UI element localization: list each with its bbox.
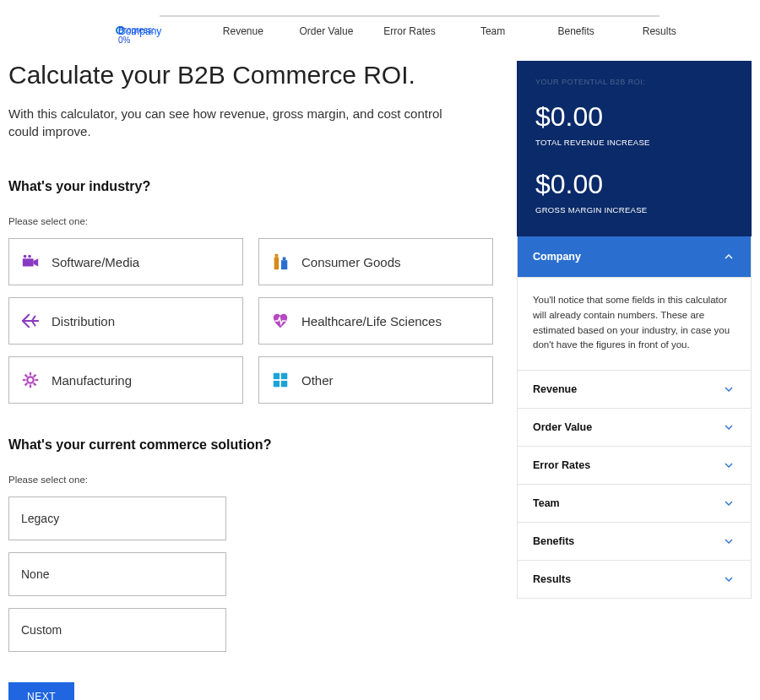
solution-option-legacy[interactable]: Legacy	[8, 497, 226, 540]
svg-line-13	[25, 375, 28, 377]
roi-margin-label: GROSS MARGIN INCREASE	[535, 205, 733, 214]
svg-line-16	[34, 375, 36, 377]
svg-point-8	[27, 377, 33, 383]
gear-icon	[21, 371, 40, 389]
industry-option-healthcare[interactable]: Healthcare/Life Sciences	[258, 297, 493, 345]
option-label: Consumer Goods	[301, 255, 401, 269]
svg-point-3	[28, 255, 31, 258]
option-label: Other	[301, 373, 334, 388]
step-company[interactable]: Company	[118, 25, 202, 37]
option-label: Legacy	[21, 512, 59, 525]
svg-rect-7	[283, 258, 286, 261]
svg-point-2	[24, 255, 27, 258]
accordion: Company You'll notice that some fields i…	[517, 236, 752, 599]
svg-rect-20	[281, 381, 287, 387]
plane-icon	[21, 312, 40, 330]
option-label: Healthcare/Life Sciences	[301, 314, 442, 328]
accordion-label: Revenue	[533, 383, 577, 395]
bottle-icon	[271, 252, 290, 271]
step-results[interactable]: Results	[617, 25, 701, 37]
camera-icon	[21, 252, 40, 271]
page-intro: With this calculator, you can see how re…	[8, 105, 448, 140]
question-solution-hint: Please select one:	[8, 475, 493, 485]
accordion-results[interactable]: Results	[518, 560, 751, 598]
option-label: Custom	[21, 623, 62, 637]
roi-revenue-value: $0.00	[535, 101, 733, 133]
step-team[interactable]: Team	[451, 25, 535, 37]
question-solution-heading: What's your current commerce solution?	[8, 437, 493, 453]
accordion-label: Company	[533, 251, 581, 263]
step-order-value[interactable]: Order Value	[285, 25, 368, 37]
progress-bar: Progress: 0% Company Revenue Order Value…	[8, 25, 752, 37]
svg-rect-0	[23, 258, 34, 266]
roi-summary-card: YOUR POTENTIAL B2B ROI: $0.00 TOTAL REVE…	[517, 61, 752, 236]
svg-line-15	[25, 383, 28, 386]
roi-eyebrow: YOUR POTENTIAL B2B ROI:	[535, 78, 733, 86]
accordion-order-value[interactable]: Order Value	[518, 408, 751, 446]
roi-revenue-label: TOTAL REVENUE INCREASE	[535, 138, 733, 147]
accordion-benefits[interactable]: Benefits	[518, 522, 751, 560]
solution-option-none[interactable]: None	[8, 552, 226, 596]
roi-margin-value: $0.00	[535, 169, 733, 200]
accordion-company[interactable]: Company	[518, 236, 751, 277]
industry-option-distribution[interactable]: Distribution	[8, 297, 243, 345]
option-label: Distribution	[52, 314, 115, 328]
industry-option-other[interactable]: Other	[258, 356, 493, 404]
accordion-label: Results	[533, 573, 571, 585]
svg-rect-17	[274, 373, 280, 379]
grid-icon	[271, 371, 290, 389]
accordion-error-rates[interactable]: Error Rates	[518, 446, 751, 484]
accordion-label: Order Value	[533, 421, 592, 433]
chevron-down-icon	[722, 572, 736, 586]
svg-line-14	[34, 383, 36, 386]
svg-rect-4	[275, 254, 279, 258]
industry-option-consumer-goods[interactable]: Consumer Goods	[258, 238, 493, 285]
accordion-company-body: You'll notice that some fields in this c…	[518, 277, 751, 370]
heart-icon	[271, 312, 290, 330]
accordion-label: Benefits	[533, 535, 574, 547]
question-industry-hint: Please select one:	[8, 216, 493, 226]
next-button[interactable]: NEXT	[8, 682, 74, 700]
svg-rect-6	[281, 260, 287, 269]
option-label: None	[21, 567, 49, 581]
accordion-label: Team	[533, 497, 560, 509]
chevron-up-icon	[722, 250, 736, 263]
industry-option-manufacturing[interactable]: Manufacturing	[8, 356, 243, 404]
accordion-revenue[interactable]: Revenue	[518, 370, 751, 408]
accordion-label: Error Rates	[533, 459, 590, 471]
step-benefits[interactable]: Benefits	[535, 25, 618, 37]
question-industry-heading: What's your industry?	[8, 179, 493, 194]
step-revenue[interactable]: Revenue	[202, 25, 285, 37]
solution-option-custom[interactable]: Custom	[8, 608, 226, 652]
svg-rect-5	[274, 258, 280, 270]
chevron-down-icon	[722, 534, 736, 548]
chevron-down-icon	[722, 497, 736, 510]
svg-rect-18	[281, 373, 287, 379]
industry-option-software-media[interactable]: Software/Media	[8, 238, 243, 285]
option-label: Software/Media	[52, 255, 139, 269]
step-error-rates[interactable]: Error Rates	[368, 25, 452, 37]
chevron-down-icon	[722, 459, 736, 472]
page-title: Calculate your B2B Commerce ROI.	[8, 61, 493, 90]
svg-rect-19	[274, 381, 280, 387]
svg-marker-1	[34, 258, 38, 266]
accordion-team[interactable]: Team	[518, 484, 751, 522]
chevron-down-icon	[722, 421, 736, 434]
option-label: Manufacturing	[52, 373, 132, 388]
chevron-down-icon	[722, 383, 736, 396]
